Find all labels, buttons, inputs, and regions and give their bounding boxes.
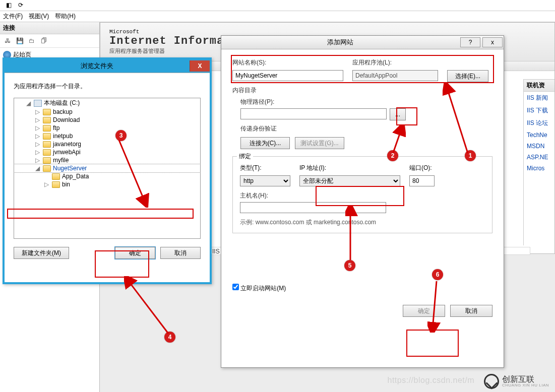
ok-button[interactable]: 确定 [403,305,445,317]
browse-folder-dialog: 浏览文件夹 X 为应用程序选择一个目录。 ◢本地磁盘 (C:) ▷backup … [3,57,212,284]
type-label: 类型(T): [240,164,290,172]
tree-folder[interactable]: ▷myfile [14,156,200,164]
online-resources-title: 联机资 [524,79,554,92]
watermark-url: https://blog.csdn.net/m [388,376,474,385]
folder-icon [43,149,51,156]
link-msdn[interactable]: MSDN [524,141,554,152]
folder-icon [43,157,51,164]
logo-icon [484,374,499,389]
folder-icon [43,117,51,123]
connect-as-button[interactable]: 连接为(C)... [240,137,290,149]
dialog-title: 添加网站 [221,36,459,49]
tree-folder[interactable]: App_Data [14,172,200,180]
host-example: 示例: www.contoso.com 或 marketing.contoso.… [240,218,485,227]
tree-folder[interactable]: ▷inetpub [14,132,200,140]
link-technet[interactable]: TechNe [524,129,554,141]
physical-path-label: 物理路径(P): [240,98,492,106]
port-label: 端口(O): [409,164,440,172]
dialog-titlebar: 添加网站 ? x [221,36,504,49]
close-button[interactable]: x [482,37,503,47]
host-name-label: 主机名(H): [240,191,485,200]
binding-legend: 绑定 [237,152,253,161]
link-aspnet[interactable]: ASP.NE [524,152,554,163]
svg-line-3 [127,279,168,334]
tree-folder[interactable]: ▷bin [14,180,200,188]
nav-icon: ◧ [6,2,14,10]
connect-icon[interactable]: 🖧 [3,36,12,45]
site-name-label: 网站名称(S): [232,58,343,67]
browse-titlebar: 浏览文件夹 X [5,59,210,73]
port-input[interactable] [409,175,435,186]
menu-bar: 文件(F) 视图(V) 帮助(H) [0,11,555,22]
refresh-icon: ⟳ [18,2,26,10]
ip-select[interactable]: 全部未分配 [299,175,400,186]
add-website-dialog: 添加网站 ? x 网站名称(S): 应用程序池(L): 选择(E)... 内容目… [221,35,504,368]
connections-title: 连接 [0,22,99,34]
link-iis-forums[interactable]: IIS 论坛 [524,117,554,129]
save-icon[interactable]: 💾 [15,36,24,45]
folder-icon [43,141,51,148]
type-select[interactable]: http [240,175,290,186]
tree-folder[interactable]: ▷javanetorg [14,140,200,148]
tree-drive[interactable]: ◢本地磁盘 (C:) [14,98,200,108]
host-name-input[interactable] [240,202,386,213]
annotation-badge-4: 4 [164,332,175,343]
app-pool-display [352,70,438,81]
physical-path-input[interactable] [240,108,387,119]
ip-label: IP 地址(I): [299,164,400,172]
folder-tree[interactable]: ◢本地磁盘 (C:) ▷backup ▷Download ▷ftp ▷inetp… [14,98,201,239]
tree-folder[interactable]: ▷ftp [14,124,200,132]
folder-icon [43,125,51,132]
link-iis-downloads[interactable]: IIS 下载 [524,104,554,117]
ms-label: Microsoft [109,29,545,35]
delete-icon[interactable]: 🗀 [27,36,36,45]
browse-title: 浏览文件夹 [5,59,190,73]
select-pool-button[interactable]: 选择(E)... [447,70,488,82]
site-name-input[interactable] [232,70,343,81]
browse-button[interactable]: ... [390,108,406,120]
pass-through-label: 传递身份验证 [240,124,492,133]
folder-icon [43,133,51,140]
link-iis-news[interactable]: IIS 新闻 [524,92,554,104]
menu-view[interactable]: 视图(V) [29,12,49,21]
folder-icon [52,173,60,180]
browse-close-button[interactable]: X [190,60,210,72]
folder-icon [43,165,51,172]
start-now-checkbox[interactable]: 立即启动网站(M) [232,285,286,292]
menu-help[interactable]: 帮助(H) [55,12,76,21]
cancel-button[interactable]: 取消 [450,305,492,317]
binding-fieldset: 绑定 类型(T): IP 地址(I): 端口(O): http 全部未分配 主机… [232,156,492,233]
watermark-logo: 创新互联CHUANG XIN HU LIAN [484,374,549,389]
app-pool-label: 应用程序池(L): [352,58,428,67]
drive-icon [34,100,42,107]
annotation-arrow-4 [124,276,174,337]
folder-icon [43,109,51,115]
tree-folder[interactable]: ▷Download [14,116,200,124]
refresh-icon[interactable]: 🗍 [39,36,48,45]
online-resources-panel: 联机资 IIS 新闻 IIS 下载 IIS 论坛 TechNe MSDN ASP… [523,79,554,245]
address-bar: ◧ ⟳ [0,0,555,11]
content-dir-label: 内容目录 [232,86,492,95]
help-button[interactable]: ? [460,37,480,47]
tree-folder[interactable]: ▷jvnwebApi [14,148,200,156]
menu-file[interactable]: 文件(F) [3,12,23,21]
browse-instruction: 为应用程序选择一个目录。 [14,82,201,91]
tree-folder-selected[interactable]: ◢NugetServer [14,164,200,172]
browse-ok-button[interactable]: 确定 [115,247,155,259]
folder-icon [52,181,60,188]
connections-toolbar: 🖧 💾 🗀 🗍 [0,34,99,48]
tree-folder[interactable]: ▷backup [14,108,200,116]
new-folder-button[interactable]: 新建文件夹(M) [14,247,69,259]
browse-cancel-button[interactable]: 取消 [160,247,201,259]
test-settings-button: 测试设置(G)... [295,137,344,149]
link-microsoft[interactable]: Micros [524,163,554,174]
